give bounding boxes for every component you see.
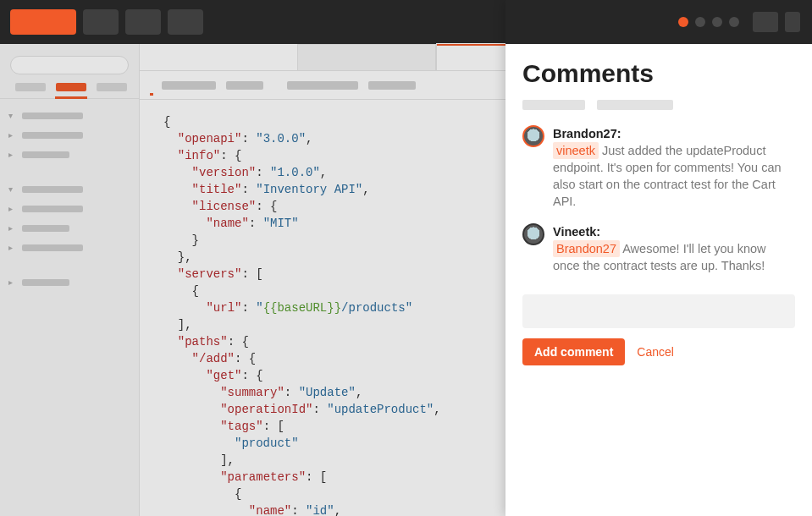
comment-item: Vineetk:Brandon27 Awesome! I'll let you … [522, 223, 795, 274]
comment-author: Brandon27: [553, 127, 621, 140]
cancel-button[interactable]: Cancel [637, 345, 674, 359]
sidebar-item[interactable]: ▾ [8, 111, 130, 120]
sidebar-item[interactable]: ▸ [8, 243, 130, 252]
comment-body: Brandon27:vineetk Just added the updateP… [553, 125, 795, 210]
sidebar-list: ▾ ▸ ▸ ▾ ▸ ▸ ▸ ▸ [0, 99, 139, 299]
panel-indicator-dot[interactable] [712, 17, 722, 27]
sidebar-tab-2[interactable] [56, 83, 86, 91]
editor-tab-1[interactable] [297, 44, 436, 70]
avatar [522, 223, 544, 245]
mention[interactable]: vineetk [553, 142, 599, 159]
sidebar-item[interactable]: ▸ [8, 223, 130, 233]
editor-tab-2[interactable] [436, 44, 507, 70]
chevron-right-icon: ▸ [8, 223, 15, 233]
active-tab-indicator [436, 43, 507, 46]
sidebar-tab-3[interactable] [97, 83, 127, 91]
chevron-right-icon: ▸ [8, 204, 15, 213]
avatar [522, 125, 544, 147]
chevron-down-icon: ▾ [8, 184, 15, 194]
comment-input[interactable] [522, 294, 795, 328]
comments-panel: Comments Brandon27:vineetk Just added th… [505, 0, 812, 516]
sidebar-item[interactable]: ▸ [8, 204, 130, 213]
chevron-right-icon: ▸ [8, 130, 15, 140]
subbar-item[interactable] [162, 81, 216, 90]
panel-top-button[interactable] [785, 12, 800, 32]
panel-indicator-dot[interactable] [729, 17, 739, 27]
mention[interactable]: Brandon27 [553, 240, 620, 257]
sidebar: ▾ ▸ ▸ ▾ ▸ ▸ ▸ ▸ [0, 44, 140, 516]
panel-meta [522, 100, 795, 110]
subbar-item[interactable] [226, 81, 263, 90]
chevron-down-icon: ▾ [8, 111, 15, 120]
chevron-right-icon: ▸ [8, 150, 15, 159]
search-input[interactable] [10, 56, 129, 74]
comment-author: Vineetk: [553, 225, 600, 239]
panel-indicator-dot[interactable] [695, 17, 705, 27]
sidebar-item[interactable]: ▾ [8, 184, 130, 194]
topbar-primary-button[interactable] [10, 9, 76, 35]
sidebar-item[interactable]: ▸ [8, 277, 130, 287]
topbar-button-3[interactable] [168, 9, 203, 35]
comment-body: Vineetk:Brandon27 Awesome! I'll let you … [553, 223, 795, 274]
topbar-button-2[interactable] [125, 9, 161, 35]
sidebar-tab-1[interactable] [15, 83, 46, 91]
panel-title: Comments [522, 59, 795, 88]
topbar-button-1[interactable] [83, 9, 119, 35]
subbar-item[interactable] [287, 81, 358, 90]
panel-top-button[interactable] [753, 12, 778, 32]
subbar-item[interactable] [368, 81, 416, 90]
panel-top-bar [505, 0, 812, 44]
panel-indicator-dot[interactable] [678, 17, 688, 27]
sidebar-tabs [0, 83, 139, 99]
chevron-right-icon: ▸ [8, 277, 15, 287]
comment-item: Brandon27:vineetk Just added the updateP… [522, 125, 795, 210]
compose-area: Add comment Cancel [522, 294, 795, 365]
add-comment-button[interactable]: Add comment [522, 338, 625, 365]
comments-list: Brandon27:vineetk Just added the updateP… [522, 125, 795, 274]
sidebar-item[interactable]: ▸ [8, 150, 130, 159]
sidebar-item[interactable]: ▸ [8, 130, 130, 140]
chevron-right-icon: ▸ [8, 243, 15, 252]
